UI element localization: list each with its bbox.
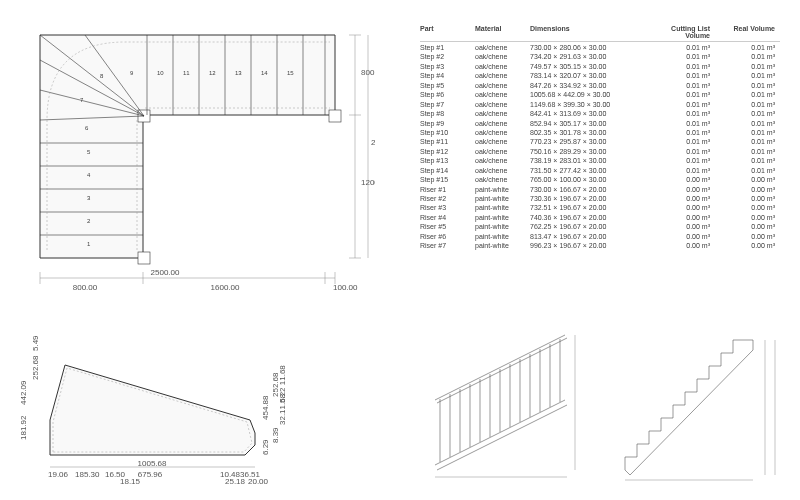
table-row: Step #2oak/chene734.20 × 291.63 × 30.000… xyxy=(420,52,780,61)
svg-text:252.68: 252.68 xyxy=(31,355,40,380)
svg-text:1005.68: 1005.68 xyxy=(138,459,167,468)
table-row: Step #13oak/chene738.19 × 283.01 × 30.00… xyxy=(420,156,780,165)
table-row: Step #8oak/chene842.41 × 313.69 × 30.000… xyxy=(420,109,780,118)
svg-text:6.29: 6.29 xyxy=(261,439,270,455)
dim-w2: 1600.00 xyxy=(211,283,240,292)
table-row: Riser #1paint-white730.00 × 166.67 × 20.… xyxy=(420,185,780,194)
table-row: Riser #7paint-white996.23 × 196.67 × 20.… xyxy=(420,241,780,250)
table-row: Riser #4paint-white740.36 × 196.67 × 20.… xyxy=(420,213,780,222)
svg-text:15: 15 xyxy=(287,70,294,76)
dim-total-height: 2000.00 xyxy=(371,138,375,147)
svg-text:185.30: 185.30 xyxy=(75,470,100,479)
table-row: Riser #2paint-white730.36 × 196.67 × 20.… xyxy=(420,194,780,203)
table-row: Step #6oak/chene1005.68 × 442.09 × 30.00… xyxy=(420,90,780,99)
svg-text:25.18: 25.18 xyxy=(225,477,246,485)
table-row: Step #15oak/chene765.00 × 100.00 × 30.00… xyxy=(420,175,780,184)
dim-w1: 800.00 xyxy=(73,283,98,292)
svg-text:11: 11 xyxy=(183,70,190,76)
svg-text:181.92: 181.92 xyxy=(20,415,28,440)
table-row: Step #5oak/chene847.26 × 334.92 × 30.000… xyxy=(420,81,780,90)
table-row: Step #7oak/chene1149.68 × 399.30 × 30.00… xyxy=(420,100,780,109)
svg-text:19.06: 19.06 xyxy=(48,470,69,479)
table-row: Riser #5paint-white762.25 × 196.67 × 20.… xyxy=(420,222,780,231)
dim-total-width: 2500.00 xyxy=(151,268,180,277)
svg-text:14: 14 xyxy=(261,70,268,76)
svg-text:10: 10 xyxy=(157,70,164,76)
table-row: Step #11oak/chene770.23 × 295.87 × 30.00… xyxy=(420,137,780,146)
svg-text:20.00: 20.00 xyxy=(248,477,269,485)
svg-text:13: 13 xyxy=(235,70,242,76)
svg-text:18.15: 18.15 xyxy=(120,477,141,485)
dim-w3: 100.00 xyxy=(333,283,358,292)
parts-table: Part Material Dimensions Cutting List Vo… xyxy=(420,25,780,251)
staircase-stringer-iso xyxy=(605,325,785,485)
table-row: Riser #6paint-white813.47 × 196.67 × 20.… xyxy=(420,232,780,241)
table-row: Step #3oak/chene749.57 × 305.15 × 30.000… xyxy=(420,62,780,71)
col-material: Material xyxy=(475,25,530,39)
col-part: Part xyxy=(420,25,475,39)
table-header: Part Material Dimensions Cutting List Vo… xyxy=(420,25,780,42)
svg-rect-1 xyxy=(138,252,150,264)
staircase-railing-iso xyxy=(415,325,595,485)
table-row: Riser #3paint-white732.51 × 196.67 × 20.… xyxy=(420,203,780,212)
step-section-view: 181.92 442.09 252.68 5.49 6.29 454.88 25… xyxy=(20,325,290,485)
table-row: Step #1oak/chene730.00 × 280.06 × 30.000… xyxy=(420,43,780,52)
svg-text:12: 12 xyxy=(209,70,216,76)
table-row: Step #4oak/chene783.14 × 320.07 × 30.000… xyxy=(420,71,780,80)
svg-text:8.39: 8.39 xyxy=(271,427,280,443)
svg-text:5.22 11.68: 5.22 11.68 xyxy=(278,365,287,403)
table-row: Step #14oak/chene731.50 × 277.42 × 30.00… xyxy=(420,166,780,175)
table-row: Step #12oak/chene750.16 × 289.29 × 30.00… xyxy=(420,147,780,156)
svg-text:454.88: 454.88 xyxy=(261,395,270,420)
col-real: Real Volume xyxy=(720,25,775,39)
table-row: Step #10oak/chene802.35 × 301.78 × 30.00… xyxy=(420,128,780,137)
svg-text:442.09: 442.09 xyxy=(20,380,28,405)
staircase-plan-view: 1 2 3 4 5 6 7 8 9 10 11 12 13 14 15 2500… xyxy=(25,20,375,305)
svg-text:5.49: 5.49 xyxy=(31,335,40,351)
col-dimensions: Dimensions xyxy=(530,25,645,39)
svg-rect-2 xyxy=(329,110,341,122)
svg-text:675.96: 675.96 xyxy=(138,470,163,479)
col-cutting: Cutting List Volume xyxy=(645,25,720,39)
table-row: Step #9oak/chene852.94 × 305.17 × 30.000… xyxy=(420,119,780,128)
